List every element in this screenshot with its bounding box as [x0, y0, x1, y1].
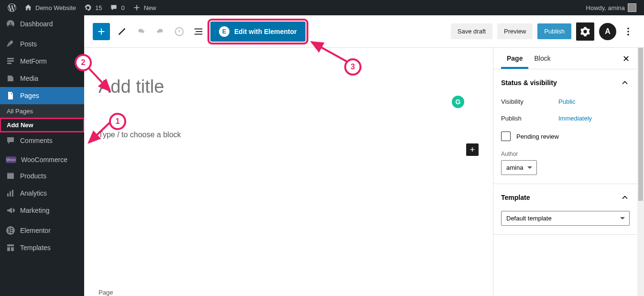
editor-body: Type / to choose a block + G Page Page B… — [84, 48, 644, 296]
post-title-input[interactable] — [98, 77, 462, 97]
settings-button[interactable] — [576, 22, 594, 41]
marketing-icon — [6, 206, 15, 215]
author-value: amina — [506, 164, 523, 171]
sidebar-item-label: Pages — [20, 92, 39, 99]
tools-button[interactable] — [115, 24, 129, 39]
svg-rect-11 — [11, 230, 12, 231]
outline-button[interactable] — [191, 24, 206, 39]
dashboard-icon — [6, 19, 15, 29]
tab-block[interactable]: Block — [528, 48, 556, 69]
breadcrumb[interactable]: Page — [98, 289, 113, 296]
adminbar-howdy[interactable]: Howdy, amina — [582, 0, 640, 15]
comment-icon — [109, 3, 118, 12]
adminbar-updates[interactable]: 15 — [80, 0, 106, 15]
plus-icon — [132, 3, 141, 12]
sidebar-item-products[interactable]: Products — [0, 167, 84, 185]
editor-canvas[interactable]: Type / to choose a block + G Page — [84, 48, 493, 296]
svg-rect-3 — [7, 174, 14, 179]
pending-review-checkbox[interactable] — [501, 132, 511, 141]
sidebar-item-analytics[interactable]: Analytics — [0, 185, 84, 202]
howdy-text: Howdy, amina — [586, 4, 625, 11]
sidebar-item-dashboard[interactable]: Dashboard — [0, 15, 84, 33]
svg-rect-7 — [12, 190, 13, 197]
publish-button[interactable]: Publish — [537, 23, 571, 39]
svg-rect-2 — [7, 63, 11, 64]
panel-status-toggle[interactable]: Status & visibility — [501, 78, 630, 88]
adminbar-wp-logo[interactable] — [4, 0, 20, 15]
adminbar-comments[interactable]: 0 — [106, 0, 128, 15]
astra-button[interactable]: A — [599, 23, 616, 40]
svg-rect-18 — [196, 31, 203, 32]
pin-icon — [6, 39, 15, 49]
save-draft-button[interactable]: Save draft — [451, 23, 492, 39]
sidebar-item-marketing[interactable]: Marketing — [0, 202, 84, 219]
annotation-marker-3: 3 — [344, 58, 361, 76]
publish-value[interactable]: Immediately — [558, 115, 592, 122]
details-button[interactable] — [172, 24, 186, 39]
submenu-add-new[interactable]: Add New — [0, 118, 84, 132]
svg-point-22 — [627, 33, 629, 35]
sidebar-item-label: Dashboard — [20, 20, 53, 28]
svg-rect-19 — [195, 33, 203, 34]
edit-with-elementor-button[interactable]: E Edit with Elementor — [210, 22, 306, 42]
close-inspector-button[interactable]: ✕ — [622, 54, 630, 64]
update-count: 15 — [95, 4, 102, 11]
chevron-up-icon — [620, 193, 630, 202]
block-inserter-button[interactable] — [93, 23, 110, 40]
sidebar-item-label: Elementor — [20, 227, 51, 234]
adminbar-new[interactable]: New — [129, 0, 160, 15]
svg-rect-17 — [195, 28, 203, 29]
svg-rect-1 — [7, 60, 14, 62]
adminbar-site-name[interactable]: Demo Website — [20, 0, 80, 15]
inspector-scrollbar[interactable] — [637, 48, 644, 296]
woo-icon: Woo — [6, 156, 16, 163]
panel-title: Template — [501, 194, 530, 201]
inspector-sidebar: Page Block ✕ Status & visibility Visibil… — [493, 48, 644, 296]
template-select[interactable]: Default template — [501, 211, 630, 226]
annotation-marker-2: 2 — [75, 54, 92, 71]
media-icon — [6, 74, 15, 83]
svg-rect-10 — [11, 228, 12, 229]
author-label: Author — [501, 151, 630, 157]
block-placeholder-text[interactable]: Type / to choose a block — [98, 131, 181, 139]
pages-icon — [6, 91, 15, 100]
sidebar-item-templates[interactable]: Templates — [0, 239, 84, 256]
products-icon — [6, 171, 15, 181]
submenu-all-pages[interactable]: All Pages — [0, 104, 84, 118]
template-value: Default template — [506, 215, 552, 222]
tab-page[interactable]: Page — [501, 48, 528, 69]
undo-button[interactable] — [134, 24, 148, 39]
svg-rect-5 — [7, 193, 9, 197]
editor-toolbar: E Edit with Elementor Save draft Preview… — [84, 15, 644, 48]
author-select[interactable]: amina — [501, 160, 537, 175]
panel-title: Status & visibility — [501, 79, 557, 87]
inline-inserter-button[interactable]: + — [466, 143, 479, 156]
updates-icon — [84, 3, 92, 12]
visibility-value[interactable]: Public — [558, 98, 575, 105]
chevron-up-icon — [620, 78, 630, 88]
redo-button[interactable] — [153, 24, 167, 39]
svg-rect-12 — [11, 232, 12, 233]
sidebar-item-media[interactable]: Media — [0, 70, 84, 87]
sidebar-item-woocommerce[interactable]: Woo WooCommerce — [0, 152, 84, 167]
sidebar-item-elementor[interactable]: Elementor — [0, 222, 84, 239]
preview-button[interactable]: Preview — [497, 23, 533, 39]
sidebar-item-pages[interactable]: Pages — [0, 87, 84, 104]
svg-point-21 — [627, 31, 629, 33]
sidebar-item-metform[interactable]: MetForm — [0, 53, 84, 70]
panel-template-toggle[interactable]: Template — [501, 193, 630, 202]
wordpress-logo-icon — [8, 3, 16, 12]
grammarly-icon[interactable]: G — [452, 96, 464, 108]
sidebar-item-label: Analytics — [20, 189, 47, 197]
templates-icon — [6, 243, 15, 252]
sidebar-item-comments[interactable]: Comments — [0, 132, 84, 149]
panel-status-visibility: Status & visibility Visibility Public Pu… — [493, 69, 637, 184]
sidebar-item-label: Comments — [20, 137, 53, 144]
sidebar-item-posts[interactable]: Posts — [0, 35, 84, 53]
elementor-badge-icon: E — [219, 26, 229, 37]
sidebar-item-label: Media — [20, 75, 38, 82]
options-button[interactable] — [621, 24, 635, 39]
svg-rect-6 — [10, 191, 11, 197]
elementor-button-label: Edit with Elementor — [234, 28, 297, 35]
svg-rect-0 — [7, 58, 14, 59]
